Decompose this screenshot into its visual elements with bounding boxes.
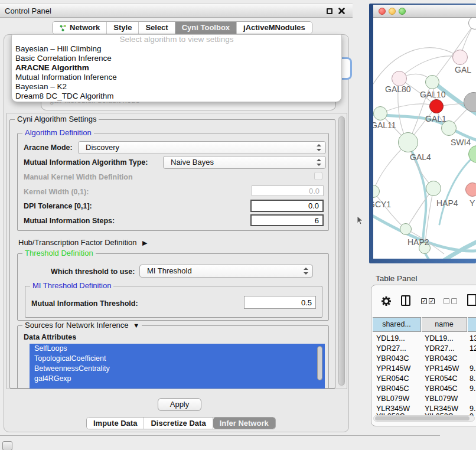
table-cell[interactable]: YPR145W <box>425 364 467 374</box>
tab-jactivemnodules[interactable]: jActiveMNodules <box>237 22 312 34</box>
table-panel-title: Table Panel <box>376 274 418 283</box>
column-header-shared[interactable]: shared... <box>373 317 421 332</box>
aracne-mode-combo[interactable]: Discovery <box>78 141 326 154</box>
table-cell[interactable]: YBR045C <box>425 384 467 394</box>
split-view-icon[interactable] <box>401 295 410 306</box>
table-cell[interactable]: YDR27... <box>376 344 421 354</box>
settings-scrollbar-thumb[interactable] <box>338 116 345 386</box>
table-cell[interactable]: 9. <box>470 384 476 394</box>
table-cell[interactable]: YBL079W <box>425 394 467 404</box>
table-cell[interactable]: 13 <box>470 334 476 344</box>
tab-cyni-toolbox-label: Cyni Toolbox <box>182 22 230 34</box>
mi-steps-field[interactable] <box>250 214 324 226</box>
docked-panel-button[interactable] <box>2 441 12 450</box>
kernel-width-field[interactable] <box>252 185 324 196</box>
aracne-mode-label: Aracne Mode: <box>24 144 73 152</box>
manual-kernel-width-checkbox[interactable] <box>314 172 322 180</box>
table-cell[interactable]: YDL19... <box>425 334 467 344</box>
table-cell[interactable]: YER054C <box>376 374 421 384</box>
table-cell[interactable]: YDL19... <box>376 334 421 344</box>
network-node-gal4[interactable] <box>398 132 418 152</box>
node-label: HAP4 <box>436 198 458 208</box>
which-threshold-combo[interactable]: MI Threshold <box>139 265 313 278</box>
tab-jactivemnodules-label: jActiveMNodules <box>243 22 305 34</box>
dpi-tolerance-label: DPI Tolerance [0,1]: <box>24 202 92 210</box>
algorithm-option[interactable]: Basic Correlation Inference <box>12 54 341 63</box>
list-item[interactable]: BetweennessCentrality <box>30 364 325 374</box>
hub-definition-toggle[interactable]: Hub/Transcription Factor Definition ▶ <box>18 238 147 247</box>
tab-discretize-data[interactable]: Discretize Data <box>144 418 213 429</box>
close-traffic-light[interactable] <box>379 8 386 15</box>
table-cell[interactable]: 12 <box>470 344 476 354</box>
tab-infer-network[interactable]: Infer Network <box>213 418 275 429</box>
table-cell[interactable]: YBR045C <box>376 384 421 394</box>
network-node-gal[interactable] <box>452 50 468 65</box>
network-window-titlebar[interactable] <box>373 5 476 18</box>
mi-algorithm-type-combo[interactable]: Naive Bayes <box>163 156 326 169</box>
unchecked-checkbox-icon[interactable] <box>444 298 449 304</box>
mi-threshold-definition-title: MI Threshold Definition <box>30 281 113 290</box>
collapse-arrow-icon: ▼ <box>133 322 139 329</box>
stepper-icon <box>317 159 321 166</box>
checked-checkbox-icon[interactable]: ✓ <box>429 298 435 304</box>
list-item[interactable]: TopologicalCoefficient <box>30 354 325 364</box>
dpi-tolerance-field[interactable] <box>250 200 324 212</box>
table-horizontal-scrollbar-thumb[interactable] <box>375 416 470 420</box>
tab-select[interactable]: Select <box>139 22 175 34</box>
unchecked-checkbox-icon[interactable] <box>451 298 457 304</box>
table-cell[interactable]: 8. <box>470 374 476 384</box>
mi-threshold-field[interactable] <box>244 296 316 309</box>
column-header-partial[interactable] <box>468 317 476 332</box>
page-icon[interactable] <box>467 294 476 306</box>
algorithm-option-selected[interactable]: ARACNE Algorithm <box>12 63 341 73</box>
algorithm-option[interactable]: Dream8 DC_TDC Algorithm <box>12 92 341 101</box>
node-label: Y <box>470 198 475 208</box>
node-label: GAL80 <box>385 84 411 94</box>
table-cell[interactable] <box>470 354 476 364</box>
table-cell[interactable]: YPR145W <box>376 364 421 374</box>
table-cell[interactable]: YBL079W <box>376 394 421 404</box>
algorithm-option[interactable]: Mutual Information Inference <box>12 73 341 82</box>
tab-impute-data[interactable]: Impute Data <box>87 418 144 429</box>
network-node-gal10[interactable] <box>425 75 439 89</box>
minimize-traffic-light[interactable] <box>389 8 396 15</box>
table-cell[interactable]: YBR043C <box>376 354 421 364</box>
tab-cyni-toolbox[interactable]: Cyni Toolbox <box>175 22 237 34</box>
algorithm-option[interactable]: Bayesian – K2 <box>12 82 341 92</box>
table-cell[interactable] <box>470 394 476 404</box>
list-item[interactable]: gal4RGexp <box>30 374 325 384</box>
float-panel-icon[interactable] <box>327 8 332 14</box>
hub-definition-label: Hub/Transcription Factor Definition <box>18 238 136 247</box>
sources-title-toggle[interactable]: Sources for Network Inference ▼ <box>22 321 142 330</box>
column-header-name[interactable]: name <box>422 317 467 332</box>
node-label: HAP2 <box>407 237 429 247</box>
checked-checkbox-icon[interactable]: ✓ <box>421 298 427 304</box>
table-horizontal-scrollbar[interactable] <box>373 415 475 422</box>
table-cell[interactable]: YDR27... <box>425 344 467 354</box>
threshold-definition-title: Threshold Definition <box>22 249 96 257</box>
node-label: SWI4 <box>451 138 471 147</box>
apply-button[interactable]: Apply <box>158 398 201 411</box>
list-scrollbar-thumb[interactable] <box>317 346 322 380</box>
algorithm-option[interactable]: Bayesian – Hill Climbing <box>12 44 341 54</box>
network-node-gal1[interactable] <box>429 99 444 113</box>
settings-scrollbar[interactable] <box>338 115 345 387</box>
table-cell[interactable]: YBR043C <box>425 354 467 364</box>
network-node-salmon[interactable] <box>465 182 476 197</box>
table-cell[interactable]: YER054C <box>425 374 467 384</box>
algorithm-definition-group: Algorithm Definition Aracne Mode: Discov… <box>17 133 329 231</box>
network-node-gal11[interactable] <box>373 106 387 120</box>
threshold-definition-group: Threshold Definition Which threshold to … <box>17 253 329 321</box>
maximize-traffic-light[interactable] <box>399 8 406 15</box>
list-item[interactable]: SelfLoops <box>30 344 325 354</box>
table-cell[interactable]: 9. <box>470 364 476 374</box>
tab-style[interactable]: Style <box>107 22 139 34</box>
which-threshold-label: Which threshold to use: <box>51 268 135 276</box>
network-canvas[interactable]: GAL GAL80 GAL10 GAL1 GAL11 SWI4 GAL4 GCY… <box>373 18 476 259</box>
network-node-hap2[interactable] <box>400 223 412 235</box>
close-icon[interactable] <box>338 7 345 15</box>
tab-network[interactable]: Network <box>53 22 107 34</box>
gear-icon[interactable] <box>381 296 392 306</box>
network-node-hap4[interactable] <box>426 181 441 196</box>
node-label: GAL <box>455 65 471 74</box>
